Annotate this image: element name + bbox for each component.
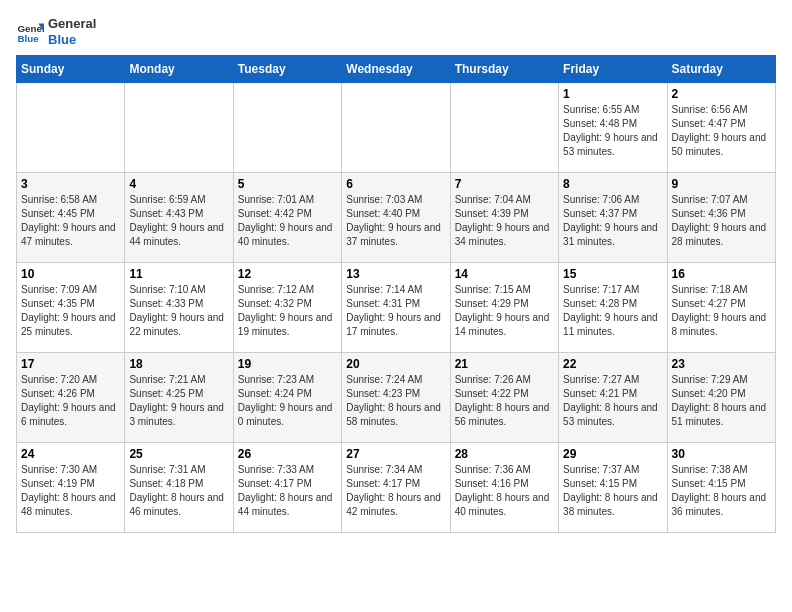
calendar-table: SundayMondayTuesdayWednesdayThursdayFrid… (16, 55, 776, 533)
day-info: Sunrise: 7:24 AM Sunset: 4:23 PM Dayligh… (346, 373, 445, 429)
calendar-cell: 6Sunrise: 7:03 AM Sunset: 4:40 PM Daylig… (342, 173, 450, 263)
day-info: Sunrise: 7:20 AM Sunset: 4:26 PM Dayligh… (21, 373, 120, 429)
calendar-cell: 1Sunrise: 6:55 AM Sunset: 4:48 PM Daylig… (559, 83, 667, 173)
logo-blue: Blue (48, 32, 96, 48)
calendar-cell: 15Sunrise: 7:17 AM Sunset: 4:28 PM Dayli… (559, 263, 667, 353)
page-header: General Blue General Blue (16, 16, 776, 47)
calendar-cell: 13Sunrise: 7:14 AM Sunset: 4:31 PM Dayli… (342, 263, 450, 353)
calendar-cell: 20Sunrise: 7:24 AM Sunset: 4:23 PM Dayli… (342, 353, 450, 443)
calendar-cell (342, 83, 450, 173)
day-number: 17 (21, 357, 120, 371)
calendar-cell: 28Sunrise: 7:36 AM Sunset: 4:16 PM Dayli… (450, 443, 558, 533)
day-number: 13 (346, 267, 445, 281)
day-number: 19 (238, 357, 337, 371)
day-number: 14 (455, 267, 554, 281)
logo-general: General (48, 16, 96, 32)
calendar-cell (17, 83, 125, 173)
day-info: Sunrise: 7:18 AM Sunset: 4:27 PM Dayligh… (672, 283, 771, 339)
day-info: Sunrise: 7:17 AM Sunset: 4:28 PM Dayligh… (563, 283, 662, 339)
calendar-cell: 18Sunrise: 7:21 AM Sunset: 4:25 PM Dayli… (125, 353, 233, 443)
day-number: 20 (346, 357, 445, 371)
calendar-cell (450, 83, 558, 173)
day-info: Sunrise: 7:23 AM Sunset: 4:24 PM Dayligh… (238, 373, 337, 429)
day-info: Sunrise: 7:33 AM Sunset: 4:17 PM Dayligh… (238, 463, 337, 519)
day-info: Sunrise: 7:03 AM Sunset: 4:40 PM Dayligh… (346, 193, 445, 249)
logo-icon: General Blue (16, 18, 44, 46)
calendar-cell: 8Sunrise: 7:06 AM Sunset: 4:37 PM Daylig… (559, 173, 667, 263)
day-header-saturday: Saturday (667, 56, 775, 83)
day-info: Sunrise: 7:01 AM Sunset: 4:42 PM Dayligh… (238, 193, 337, 249)
day-number: 29 (563, 447, 662, 461)
day-info: Sunrise: 7:27 AM Sunset: 4:21 PM Dayligh… (563, 373, 662, 429)
day-info: Sunrise: 7:06 AM Sunset: 4:37 PM Dayligh… (563, 193, 662, 249)
day-header-wednesday: Wednesday (342, 56, 450, 83)
calendar-cell (125, 83, 233, 173)
calendar-cell: 29Sunrise: 7:37 AM Sunset: 4:15 PM Dayli… (559, 443, 667, 533)
day-info: Sunrise: 7:29 AM Sunset: 4:20 PM Dayligh… (672, 373, 771, 429)
calendar-cell: 30Sunrise: 7:38 AM Sunset: 4:15 PM Dayli… (667, 443, 775, 533)
calendar-cell: 24Sunrise: 7:30 AM Sunset: 4:19 PM Dayli… (17, 443, 125, 533)
day-number: 3 (21, 177, 120, 191)
calendar-cell: 22Sunrise: 7:27 AM Sunset: 4:21 PM Dayli… (559, 353, 667, 443)
day-number: 11 (129, 267, 228, 281)
calendar-cell: 19Sunrise: 7:23 AM Sunset: 4:24 PM Dayli… (233, 353, 341, 443)
day-number: 4 (129, 177, 228, 191)
day-number: 9 (672, 177, 771, 191)
calendar-cell: 4Sunrise: 6:59 AM Sunset: 4:43 PM Daylig… (125, 173, 233, 263)
day-number: 26 (238, 447, 337, 461)
day-info: Sunrise: 7:26 AM Sunset: 4:22 PM Dayligh… (455, 373, 554, 429)
day-info: Sunrise: 7:15 AM Sunset: 4:29 PM Dayligh… (455, 283, 554, 339)
day-number: 21 (455, 357, 554, 371)
calendar-cell: 16Sunrise: 7:18 AM Sunset: 4:27 PM Dayli… (667, 263, 775, 353)
day-number: 28 (455, 447, 554, 461)
calendar-cell: 14Sunrise: 7:15 AM Sunset: 4:29 PM Dayli… (450, 263, 558, 353)
calendar-cell: 3Sunrise: 6:58 AM Sunset: 4:45 PM Daylig… (17, 173, 125, 263)
calendar-cell: 21Sunrise: 7:26 AM Sunset: 4:22 PM Dayli… (450, 353, 558, 443)
day-number: 22 (563, 357, 662, 371)
calendar-week-row: 10Sunrise: 7:09 AM Sunset: 4:35 PM Dayli… (17, 263, 776, 353)
day-info: Sunrise: 7:09 AM Sunset: 4:35 PM Dayligh… (21, 283, 120, 339)
calendar-cell: 11Sunrise: 7:10 AM Sunset: 4:33 PM Dayli… (125, 263, 233, 353)
calendar-cell: 12Sunrise: 7:12 AM Sunset: 4:32 PM Dayli… (233, 263, 341, 353)
day-info: Sunrise: 7:21 AM Sunset: 4:25 PM Dayligh… (129, 373, 228, 429)
logo: General Blue General Blue (16, 16, 96, 47)
day-number: 27 (346, 447, 445, 461)
day-number: 7 (455, 177, 554, 191)
day-info: Sunrise: 7:10 AM Sunset: 4:33 PM Dayligh… (129, 283, 228, 339)
calendar-week-row: 24Sunrise: 7:30 AM Sunset: 4:19 PM Dayli… (17, 443, 776, 533)
calendar-cell: 7Sunrise: 7:04 AM Sunset: 4:39 PM Daylig… (450, 173, 558, 263)
svg-text:Blue: Blue (17, 32, 39, 43)
day-info: Sunrise: 7:37 AM Sunset: 4:15 PM Dayligh… (563, 463, 662, 519)
calendar-cell: 2Sunrise: 6:56 AM Sunset: 4:47 PM Daylig… (667, 83, 775, 173)
day-info: Sunrise: 7:12 AM Sunset: 4:32 PM Dayligh… (238, 283, 337, 339)
day-info: Sunrise: 7:07 AM Sunset: 4:36 PM Dayligh… (672, 193, 771, 249)
calendar-week-row: 3Sunrise: 6:58 AM Sunset: 4:45 PM Daylig… (17, 173, 776, 263)
day-number: 2 (672, 87, 771, 101)
day-number: 18 (129, 357, 228, 371)
day-info: Sunrise: 6:59 AM Sunset: 4:43 PM Dayligh… (129, 193, 228, 249)
day-header-monday: Monday (125, 56, 233, 83)
day-header-thursday: Thursday (450, 56, 558, 83)
day-header-friday: Friday (559, 56, 667, 83)
calendar-cell: 23Sunrise: 7:29 AM Sunset: 4:20 PM Dayli… (667, 353, 775, 443)
calendar-cell: 17Sunrise: 7:20 AM Sunset: 4:26 PM Dayli… (17, 353, 125, 443)
calendar-cell: 25Sunrise: 7:31 AM Sunset: 4:18 PM Dayli… (125, 443, 233, 533)
day-number: 16 (672, 267, 771, 281)
calendar-cell: 26Sunrise: 7:33 AM Sunset: 4:17 PM Dayli… (233, 443, 341, 533)
day-number: 6 (346, 177, 445, 191)
day-number: 15 (563, 267, 662, 281)
day-number: 30 (672, 447, 771, 461)
day-info: Sunrise: 7:36 AM Sunset: 4:16 PM Dayligh… (455, 463, 554, 519)
day-number: 5 (238, 177, 337, 191)
calendar-week-row: 17Sunrise: 7:20 AM Sunset: 4:26 PM Dayli… (17, 353, 776, 443)
day-info: Sunrise: 7:04 AM Sunset: 4:39 PM Dayligh… (455, 193, 554, 249)
day-header-tuesday: Tuesday (233, 56, 341, 83)
day-info: Sunrise: 7:30 AM Sunset: 4:19 PM Dayligh… (21, 463, 120, 519)
calendar-week-row: 1Sunrise: 6:55 AM Sunset: 4:48 PM Daylig… (17, 83, 776, 173)
day-info: Sunrise: 7:38 AM Sunset: 4:15 PM Dayligh… (672, 463, 771, 519)
calendar-cell: 5Sunrise: 7:01 AM Sunset: 4:42 PM Daylig… (233, 173, 341, 263)
day-number: 24 (21, 447, 120, 461)
day-info: Sunrise: 6:58 AM Sunset: 4:45 PM Dayligh… (21, 193, 120, 249)
calendar-cell: 27Sunrise: 7:34 AM Sunset: 4:17 PM Dayli… (342, 443, 450, 533)
day-info: Sunrise: 7:14 AM Sunset: 4:31 PM Dayligh… (346, 283, 445, 339)
